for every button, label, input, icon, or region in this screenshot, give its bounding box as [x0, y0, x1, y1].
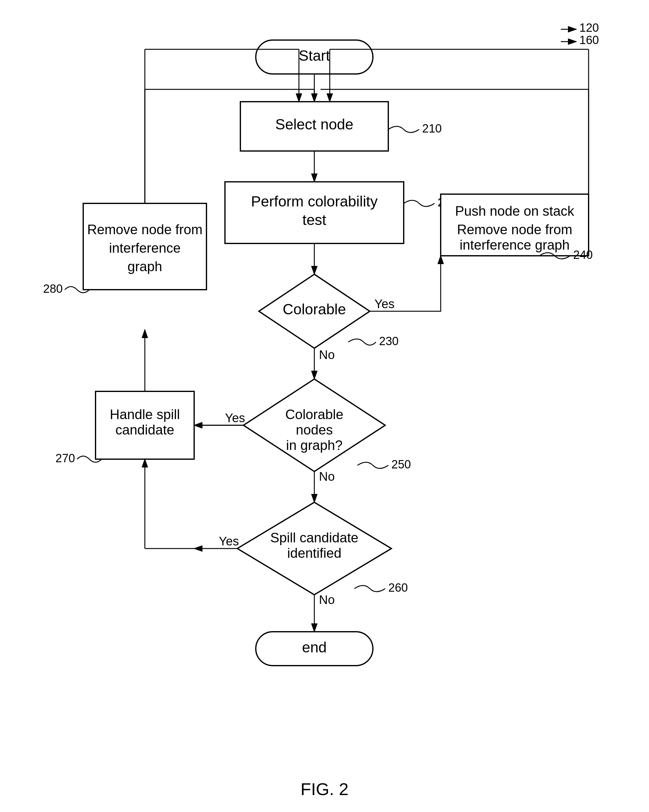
svg-text:interference: interference [109, 240, 180, 255]
svg-text:270: 270 [55, 452, 75, 465]
svg-text:250: 250 [391, 458, 411, 471]
svg-text:240: 240 [573, 248, 592, 261]
svg-text:graph: graph [128, 259, 162, 274]
svg-text:120: 120 [579, 21, 599, 34]
svg-text:nodes: nodes [296, 422, 333, 437]
svg-text:Push node on stack: Push node on stack [455, 203, 574, 218]
svg-text:identified: identified [287, 545, 341, 560]
diagram-container: 120 160 Start Select node 210 Perform co… [0, 0, 649, 812]
svg-text:Colorable: Colorable [283, 301, 346, 317]
svg-text:Spill candidate: Spill candidate [270, 530, 358, 545]
svg-text:No: No [319, 348, 334, 362]
svg-text:160: 160 [579, 34, 599, 47]
svg-text:Remove node from: Remove node from [457, 222, 572, 237]
svg-text:No: No [319, 593, 334, 606]
svg-text:Yes: Yes [225, 411, 245, 425]
svg-text:No: No [319, 470, 334, 483]
svg-text:Remove node from: Remove node from [87, 222, 203, 237]
svg-text:Yes: Yes [374, 297, 394, 311]
svg-text:in graph?: in graph? [286, 438, 342, 453]
svg-text:test: test [302, 212, 326, 228]
svg-text:FIG. 2: FIG. 2 [301, 779, 348, 799]
svg-text:candidate: candidate [116, 422, 174, 437]
svg-text:Perform colorability: Perform colorability [251, 193, 378, 209]
svg-text:230: 230 [379, 335, 399, 348]
svg-text:210: 210 [422, 122, 441, 135]
svg-text:Colorable: Colorable [286, 407, 343, 422]
svg-text:280: 280 [43, 282, 63, 295]
svg-text:260: 260 [388, 581, 408, 594]
svg-text:end: end [302, 639, 327, 655]
svg-text:Select node: Select node [275, 116, 353, 133]
svg-text:Start: Start [299, 47, 330, 64]
svg-text:interference graph: interference graph [460, 237, 570, 252]
svg-text:Handle spill: Handle spill [110, 407, 180, 422]
svg-text:Yes: Yes [219, 534, 239, 548]
